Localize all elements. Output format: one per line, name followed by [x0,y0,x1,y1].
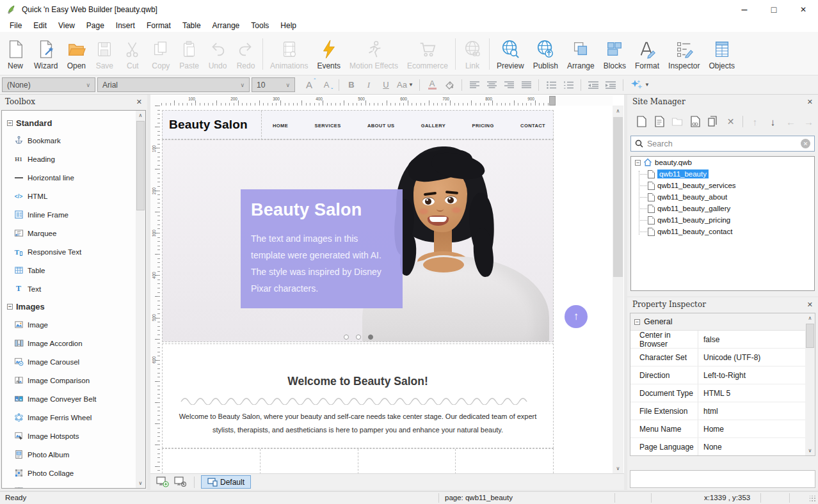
undo-button[interactable]: Undo [204,35,232,74]
decrease-indent-button[interactable] [586,77,601,92]
tree-page[interactable]: qwb11_beauty_pricing [631,214,814,226]
property-row[interactable]: Menu Name Home [630,420,815,438]
nav-contact[interactable]: CONTACT [520,123,545,129]
move-down-button[interactable] [767,116,779,128]
move-left-button[interactable] [785,116,797,128]
menu-arrange[interactable]: Arrange [207,21,246,30]
delete-page-button[interactable]: ✕ [725,116,737,128]
align-center-button[interactable] [484,77,499,92]
scroll-to-top-button[interactable] [565,305,588,328]
font-color-button[interactable]: A [424,77,440,92]
scrollbar-thumb[interactable] [613,117,623,277]
close-icon[interactable] [136,98,142,106]
italic-button[interactable]: I [361,77,376,92]
align-justify-button[interactable] [518,77,534,92]
tree-root[interactable]: beauty.qwb [631,157,814,168]
menu-file[interactable]: File [4,21,28,30]
close-icon[interactable] [807,98,813,106]
menu-tools[interactable]: Tools [245,21,275,30]
scroll-down-icon[interactable] [613,463,623,473]
nav-services[interactable]: SERVICES [315,123,341,129]
nav-about[interactable]: ABOUT US [367,123,394,129]
add-breakpoint-button[interactable] [156,476,170,488]
hero-text-overlay[interactable]: Beauty Salon The text and images in this… [241,189,403,308]
collapse-icon[interactable] [634,319,640,325]
carousel-dot-2[interactable] [356,335,361,340]
inspector-button[interactable]: Inspector [664,35,704,74]
property-section-general[interactable]: General [630,313,815,331]
move-up-button[interactable] [749,116,761,128]
nav-gallery[interactable]: GALLERY [421,123,445,129]
events-button[interactable]: Events [312,35,345,74]
menu-insert[interactable]: Insert [110,21,141,30]
toolbox-item-bookmark[interactable]: Bookmark [2,131,136,150]
new-button[interactable]: New [1,35,29,74]
ai-assistant-button[interactable] [628,77,652,92]
toolbox-item-photo-gallery[interactable]: Photo Gallery [2,482,136,489]
bullet-list-button[interactable] [543,77,559,92]
scroll-up-icon[interactable] [805,313,815,323]
duplicate-page-button[interactable] [707,116,719,128]
property-row[interactable]: File Extension html [630,402,815,420]
search-input[interactable] [647,139,797,148]
maximize-button[interactable] [759,0,789,19]
tree-page-selected[interactable]: qwb11_beauty [631,168,814,180]
toolbox-item-image-comparison[interactable]: Image Comparison [2,371,136,390]
toolbox-item-table[interactable]: Table [2,261,136,280]
breakpoint-tab-default[interactable]: Default [201,475,251,489]
new-page-button[interactable] [635,116,647,128]
align-left-button[interactable] [467,77,482,92]
font-combo[interactable]: Arial [97,77,250,92]
collapse-icon[interactable] [7,304,13,310]
new-folder-button[interactable] [671,116,683,128]
increase-indent-button[interactable] [603,77,618,92]
carousel-dot-3-active[interactable] [368,335,373,340]
scroll-up-icon[interactable] [136,111,145,120]
columns-block[interactable] [162,448,554,473]
toolbox-item-photo-album[interactable]: Photo Album [2,445,136,464]
page-header-block[interactable]: Beauty Salon HOME SERVICES ABOUT US GALL… [162,110,554,139]
text-case-button[interactable]: Aa [396,77,415,92]
toolbox-item-responsive-text[interactable]: T Responsive Text [2,242,136,261]
menu-edit[interactable]: Edit [28,21,52,30]
toolbox-item-image-conveyer-belt[interactable]: Image Conveyer Belt [2,390,136,408]
toolbox-item-inline-frame[interactable]: Inline Frame [2,205,136,224]
collapse-icon[interactable] [7,120,13,126]
menu-table[interactable]: Table [177,21,207,30]
site-logo[interactable]: Beauty Salon [163,118,259,132]
toolbox-section-images[interactable]: Images [2,298,136,315]
clear-search-icon[interactable] [801,139,810,148]
breakpoint-settings-button[interactable] [173,476,188,488]
toolbox-item-image-carousel[interactable]: Image Carousel [2,352,136,371]
scrollbar-thumb[interactable] [136,121,145,210]
font-size-combo[interactable]: 10 [252,77,295,92]
toolbox-item-photo-collage[interactable]: Photo Collage [2,464,136,482]
fill-color-button[interactable] [442,77,457,92]
underline-button[interactable]: U [378,77,394,92]
toolbox-item-image-hotspots[interactable]: Image Hotspots [2,427,136,445]
redo-button[interactable]: Redo [232,35,260,74]
motion-effects-button[interactable]: Motion Effects [345,35,403,74]
menu-page[interactable]: Page [81,21,110,30]
numbered-list-button[interactable] [561,77,576,92]
wizard-button[interactable]: Wizard [29,35,62,74]
canvas-scrollbar[interactable] [613,106,623,473]
bold-button[interactable]: B [344,77,359,92]
tree-page[interactable]: qwb11_beauty_about [631,191,814,203]
property-row[interactable]: Center in Browser false [630,331,815,349]
increase-font-size-button[interactable]: Aˆ [301,77,317,92]
page-link-button[interactable] [689,116,701,128]
paste-button[interactable]: Paste [175,35,204,74]
property-grid-scrollbar[interactable] [805,313,815,455]
nav-pricing[interactable]: PRICING [472,123,494,129]
open-button[interactable]: Open [62,35,90,74]
scroll-down-icon[interactable] [136,478,145,488]
property-row[interactable]: Direction Left-to-Right [630,366,815,384]
close-button[interactable] [789,0,818,19]
style-combo[interactable]: (None) [2,77,95,92]
menu-format[interactable]: Format [141,21,177,30]
hero-carousel-block[interactable]: Beauty Salon The text and images in this… [162,139,554,342]
scroll-down-icon[interactable] [805,446,815,455]
animations-button[interactable]: Animations [266,35,312,74]
resize-grip[interactable] [810,496,816,502]
